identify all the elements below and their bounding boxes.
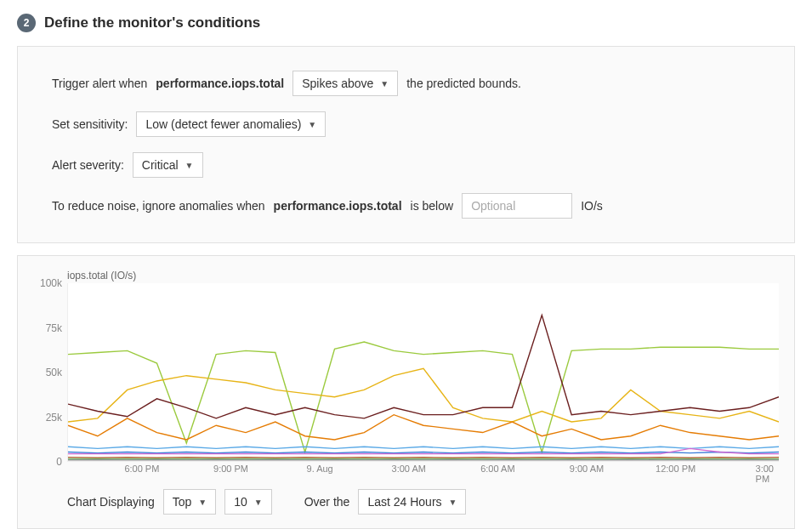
trigger-direction-select[interactable]: Spikes above ▼ [292,71,398,96]
noise-unit-text: IO/s [581,199,603,213]
chart-series-line [68,415,779,440]
chart-top-select[interactable]: Top ▼ [163,489,216,515]
noise-metric-text: performance.iops.total [274,199,402,213]
chart-range-select[interactable]: Last 24 Hours ▼ [358,489,466,515]
sensitivity-select[interactable]: Low (detect fewer anomalies) ▼ [136,111,326,137]
noise-threshold-input[interactable] [462,193,572,219]
chart-displaying-label: Chart Displaying [67,495,155,509]
chart-svg [68,283,779,461]
conditions-panel: Trigger alert when performance.iops.tota… [17,46,795,243]
caret-down-icon: ▼ [449,498,457,507]
chart-plot-area [67,283,779,462]
severity-value: Critical [142,158,179,172]
chart-x-axis: 6:00 PM9:00 PM9. Aug3:00 AM6:00 AM9:00 A… [67,462,779,477]
chart-range-value: Last 24 Hours [367,495,441,509]
chart-count-value: 10 [234,495,247,509]
caret-down-icon: ▼ [308,120,316,129]
noise-prefix-text: To reduce noise, ignore anomalies when [52,199,265,213]
caret-down-icon: ▼ [254,498,263,507]
chart-over-label: Over the [304,495,350,509]
chart-y-axis: 100k75k50k25k0 [33,283,67,462]
chart-y-title: iops.total (IO/s) [67,270,779,282]
chart-series-line [68,342,779,452]
trigger-prefix-text: Trigger alert when [52,77,147,90]
section-title: Define the monitor's conditions [44,14,260,31]
trigger-metric-text: performance.iops.total [156,77,284,90]
step-number-badge: 2 [17,14,36,32]
chart-count-select[interactable]: 10 ▼ [224,489,271,515]
chart-series-line [68,447,779,448]
sensitivity-label: Set sensitivity: [52,117,128,131]
severity-label: Alert severity: [52,158,124,172]
chart-series-line [68,368,779,422]
noise-mid-text: is below [411,199,454,213]
chart-panel: iops.total (IO/s) 100k75k50k25k0 6:00 PM… [17,255,795,529]
severity-select[interactable]: Critical ▼ [133,152,203,178]
caret-down-icon: ▼ [185,161,194,170]
caret-down-icon: ▼ [380,79,389,88]
sensitivity-value: Low (detect fewer anomalies) [145,117,301,131]
chart-series-line [68,448,779,453]
caret-down-icon: ▼ [198,498,207,507]
trigger-suffix-text: the predicted bounds. [406,77,521,90]
chart-series-line [68,316,779,418]
trigger-direction-value: Spikes above [302,77,373,90]
chart-top-value: Top [173,495,192,509]
